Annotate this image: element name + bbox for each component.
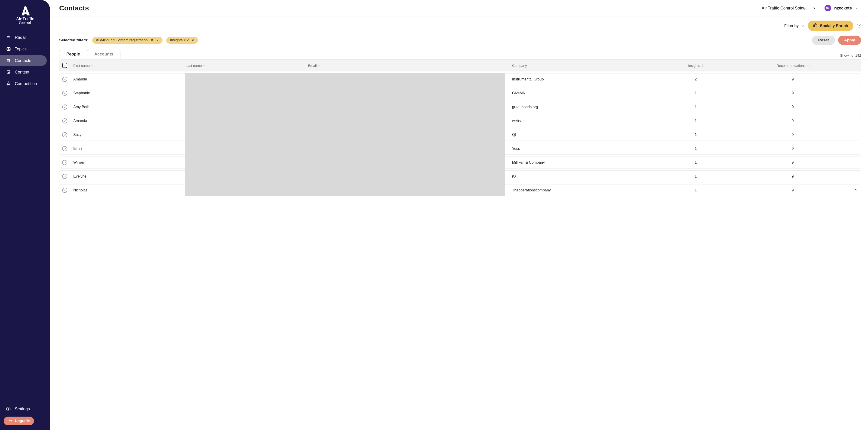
help-icon[interactable]: ? [857,24,861,28]
socially-enrich-button[interactable]: Socially Enrich [808,21,853,31]
filter-chip: ABMBound Contact registration list [92,37,162,44]
row-checkbox[interactable] [62,77,67,82]
table-row[interactable]: AmandaBagleya@amandalucybagley.comwebsit… [59,115,861,127]
table-row[interactable]: WilliamBarnettwilliam.barnett@milliken.c… [59,156,861,168]
cell-last-name: Ascherman [185,105,308,109]
col-last-name[interactable]: Last name [185,64,308,67]
cell-last-name: Berden [185,174,308,179]
tabs-row: People Accounts Showing: 142 [50,49,868,59]
cell-first-name: Amanda [73,119,185,123]
apply-button[interactable]: Apply [838,36,861,45]
chevron-down-icon [812,6,816,10]
row-checkbox[interactable] [62,146,67,151]
thumbs-up-icon [813,23,817,29]
upgrade-button[interactable]: Upgrade [4,417,34,425]
chevron-down-icon[interactable] [855,188,858,192]
content-icon [6,69,11,75]
col-email[interactable]: Email [308,64,512,67]
gear-icon [6,406,11,411]
col-company[interactable]: Company [512,64,655,67]
nav-label: Contacts [15,58,31,63]
cell-recommendations: 9 [737,77,849,81]
cell-company: greatmonds.org [512,105,655,109]
cell-insights: 2 [655,77,737,81]
topics-icon [6,47,11,52]
row-checkbox[interactable] [62,174,67,179]
nav-contacts[interactable]: Contacts [0,55,47,66]
primary-nav: Radar Topics Contacts Content [0,32,50,89]
cell-first-name: William [73,160,185,164]
cell-recommendations: 9 [737,160,849,164]
cell-first-name: Stephanie [73,91,185,95]
nav-topics[interactable]: Topics [0,44,47,54]
nav-content[interactable]: Content [0,67,47,78]
table-row[interactable]: EvelyneBerdenevelyne.berden@iodigital.co… [59,171,861,182]
cell-last-name: Balk [185,133,308,137]
chip-remove[interactable] [156,39,159,41]
tab-accounts[interactable]: Accounts [87,49,121,59]
col-insights[interactable]: Insights [688,64,703,67]
row-checkbox[interactable] [62,104,67,110]
topbar: Contacts Air Traffic Control Softwa NZ n… [50,0,868,17]
table-row[interactable]: NicholasBertolinonick@theoperationscompa… [59,184,861,196]
table-row[interactable]: StephanieAndersonsteph@givemn.orgGiveMN1… [59,87,861,99]
cell-company: Milliken & Company [512,160,655,164]
chevron-down-icon [801,24,804,28]
radar-icon [6,35,11,40]
brand-name: Air Traffic Control [16,17,34,25]
reset-button[interactable]: Reset [812,36,835,45]
row-checkbox[interactable] [62,160,67,165]
row-checkbox[interactable] [62,188,67,193]
cell-company: GiveMN [512,91,655,95]
sort-icon [203,64,205,67]
row-checkbox[interactable] [62,118,67,123]
cell-insights: 1 [655,119,737,123]
nav-settings[interactable]: Settings [0,404,47,414]
cell-email: evelyne.berden@iodigital.com [308,174,512,179]
chip-label: Insights ≤ 2 [170,38,189,42]
filter-by-dropdown[interactable]: Filter by [784,24,804,28]
chip-remove[interactable] [191,39,194,41]
cell-company: Theoperationscompany [512,188,655,192]
username: nzeckets [834,6,852,11]
sidebar: Air Traffic Control Radar Topics [0,0,50,430]
filters-row: Selected filters: ABMBound Contact regis… [50,33,868,49]
cell-recommendations: 9 [737,147,849,151]
nav-radar[interactable]: Radar [0,32,47,43]
select-all-checkbox[interactable] [62,63,67,68]
competition-icon [6,81,11,86]
tab-people[interactable]: People [59,49,87,59]
chevron-down-icon [855,6,859,10]
table-header: First name Last name Email Company Insig… [59,59,861,71]
sort-icon [91,64,93,67]
filter-chip: Insights ≤ 2 [166,37,198,44]
cell-email: william.barnett@milliken.com [308,160,512,164]
user-menu[interactable]: NZ nzeckets [825,5,859,11]
row-checkbox[interactable] [62,132,67,137]
cell-insights: 1 [655,160,737,164]
cell-first-name: Amy Beth [73,105,185,109]
sort-icon [318,64,320,67]
cell-last-name: Althaus [185,77,308,81]
cell-insights: 1 [655,105,737,109]
cell-company: iO [512,174,655,179]
brand-logo: Air Traffic Control [0,0,50,27]
table-row[interactable]: AmandaAlthausaalthaus@instrumental.netIn… [59,73,861,85]
nav-label: Content [15,70,29,75]
svg-point-1 [7,59,8,60]
table-row[interactable]: SuzyBalksuzy.balk@qt.ioQt19 [59,129,861,141]
nav-competition[interactable]: Competition [0,79,47,89]
col-first-name[interactable]: First name [73,64,185,67]
row-checkbox[interactable] [62,91,67,96]
table-row[interactable]: EimriBareimrib@yess.aiYess19 [59,143,861,155]
main-content: Contacts Air Traffic Control Softwa NZ n… [50,0,868,430]
col-recommendations[interactable]: Recommendations [777,64,809,67]
cell-recommendations: 9 [737,188,849,192]
table-row[interactable]: Amy BethAschermanamy.ascherman@greatmond… [59,101,861,113]
cell-first-name: Evelyne [73,174,185,179]
workspace-selector[interactable]: Air Traffic Control Softwa [762,6,816,11]
enrich-label: Socially Enrich [820,24,848,28]
cell-first-name: Nicholas [73,188,185,192]
filter-by-label: Filter by [784,24,799,28]
sort-icon [807,64,809,67]
